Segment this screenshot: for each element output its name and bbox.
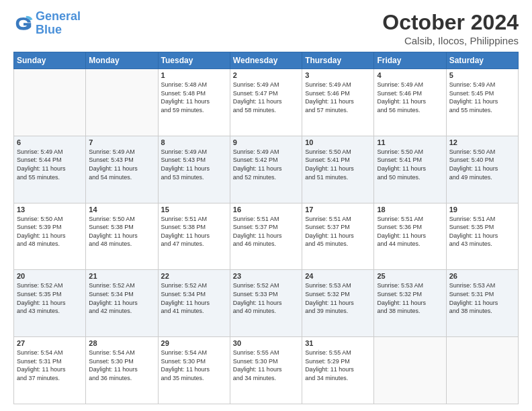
subtitle: Calsib, Ilocos, Philippines bbox=[382, 35, 519, 46]
calendar-cell: 21Sunrise: 5:52 AM Sunset: 5:34 PM Dayli… bbox=[86, 270, 158, 337]
day-number: 3 bbox=[305, 71, 371, 79]
day-number: 11 bbox=[377, 138, 443, 146]
calendar-cell: 27Sunrise: 5:54 AM Sunset: 5:31 PM Dayli… bbox=[14, 337, 86, 404]
day-info: Sunrise: 5:51 AM Sunset: 5:36 PM Dayligh… bbox=[377, 215, 443, 248]
calendar-cell bbox=[14, 69, 86, 136]
calendar-cell: 7Sunrise: 5:49 AM Sunset: 5:43 PM Daylig… bbox=[86, 136, 158, 203]
day-number: 8 bbox=[161, 138, 227, 146]
day-number: 7 bbox=[89, 138, 154, 146]
title-block: October 2024 Calsib, Ilocos, Philippines bbox=[382, 10, 519, 46]
day-info: Sunrise: 5:55 AM Sunset: 5:30 PM Dayligh… bbox=[233, 349, 299, 382]
calendar-cell: 22Sunrise: 5:52 AM Sunset: 5:34 PM Dayli… bbox=[158, 270, 230, 337]
logo-line1: General bbox=[36, 9, 81, 23]
day-info: Sunrise: 5:49 AM Sunset: 5:46 PM Dayligh… bbox=[305, 81, 371, 114]
calendar-header-friday: Friday bbox=[374, 52, 446, 69]
calendar-header-saturday: Saturday bbox=[446, 52, 518, 69]
calendar-cell: 24Sunrise: 5:53 AM Sunset: 5:32 PM Dayli… bbox=[302, 270, 374, 337]
day-number: 22 bbox=[161, 272, 227, 280]
day-number: 10 bbox=[305, 138, 371, 146]
day-number: 4 bbox=[377, 71, 443, 79]
calendar-cell: 20Sunrise: 5:52 AM Sunset: 5:35 PM Dayli… bbox=[14, 270, 86, 337]
logo-line2: Blue bbox=[36, 23, 62, 36]
day-number: 26 bbox=[449, 272, 515, 280]
day-number: 30 bbox=[233, 339, 299, 347]
calendar-cell: 26Sunrise: 5:53 AM Sunset: 5:31 PM Dayli… bbox=[446, 270, 518, 337]
calendar-cell: 23Sunrise: 5:52 AM Sunset: 5:33 PM Dayli… bbox=[230, 270, 302, 337]
day-number: 24 bbox=[305, 272, 371, 280]
day-number: 29 bbox=[161, 339, 227, 347]
day-info: Sunrise: 5:49 AM Sunset: 5:45 PM Dayligh… bbox=[449, 81, 515, 114]
day-number: 17 bbox=[305, 205, 371, 214]
day-number: 1 bbox=[161, 71, 227, 79]
calendar-cell: 19Sunrise: 5:51 AM Sunset: 5:35 PM Dayli… bbox=[446, 203, 518, 270]
day-info: Sunrise: 5:49 AM Sunset: 5:42 PM Dayligh… bbox=[233, 148, 299, 181]
calendar-week-row: 6Sunrise: 5:49 AM Sunset: 5:44 PM Daylig… bbox=[14, 136, 519, 203]
day-info: Sunrise: 5:51 AM Sunset: 5:35 PM Dayligh… bbox=[449, 215, 515, 248]
day-number: 31 bbox=[305, 339, 371, 347]
day-info: Sunrise: 5:54 AM Sunset: 5:31 PM Dayligh… bbox=[17, 349, 83, 382]
calendar-week-row: 13Sunrise: 5:50 AM Sunset: 5:39 PM Dayli… bbox=[14, 203, 519, 270]
calendar-cell: 9Sunrise: 5:49 AM Sunset: 5:42 PM Daylig… bbox=[230, 136, 302, 203]
day-info: Sunrise: 5:50 AM Sunset: 5:40 PM Dayligh… bbox=[449, 148, 515, 181]
calendar-table: SundayMondayTuesdayWednesdayThursdayFrid… bbox=[13, 52, 519, 404]
day-info: Sunrise: 5:52 AM Sunset: 5:33 PM Dayligh… bbox=[233, 281, 299, 315]
calendar-cell: 28Sunrise: 5:54 AM Sunset: 5:30 PM Dayli… bbox=[86, 337, 158, 404]
day-info: Sunrise: 5:49 AM Sunset: 5:43 PM Dayligh… bbox=[89, 148, 154, 181]
day-info: Sunrise: 5:48 AM Sunset: 5:48 PM Dayligh… bbox=[161, 81, 227, 114]
calendar-cell bbox=[86, 69, 158, 136]
calendar-cell: 10Sunrise: 5:50 AM Sunset: 5:41 PM Dayli… bbox=[302, 136, 374, 203]
calendar-header-thursday: Thursday bbox=[302, 52, 374, 69]
calendar-cell: 1Sunrise: 5:48 AM Sunset: 5:48 PM Daylig… bbox=[158, 69, 230, 136]
calendar-cell: 30Sunrise: 5:55 AM Sunset: 5:30 PM Dayli… bbox=[230, 337, 302, 404]
calendar-week-row: 20Sunrise: 5:52 AM Sunset: 5:35 PM Dayli… bbox=[14, 270, 519, 337]
day-number: 12 bbox=[449, 138, 515, 146]
logo-icon bbox=[13, 13, 34, 34]
day-info: Sunrise: 5:52 AM Sunset: 5:34 PM Dayligh… bbox=[161, 281, 227, 315]
calendar-cell: 3Sunrise: 5:49 AM Sunset: 5:46 PM Daylig… bbox=[302, 69, 374, 136]
calendar-header-tuesday: Tuesday bbox=[158, 52, 230, 69]
day-info: Sunrise: 5:50 AM Sunset: 5:39 PM Dayligh… bbox=[17, 215, 83, 248]
day-info: Sunrise: 5:49 AM Sunset: 5:43 PM Dayligh… bbox=[161, 148, 227, 181]
day-number: 5 bbox=[449, 71, 515, 79]
calendar-cell: 5Sunrise: 5:49 AM Sunset: 5:45 PM Daylig… bbox=[446, 69, 518, 136]
day-number: 14 bbox=[89, 205, 154, 214]
day-number: 27 bbox=[17, 339, 83, 347]
calendar-cell: 13Sunrise: 5:50 AM Sunset: 5:39 PM Dayli… bbox=[14, 203, 86, 270]
day-number: 16 bbox=[233, 205, 299, 214]
calendar-cell: 15Sunrise: 5:51 AM Sunset: 5:38 PM Dayli… bbox=[158, 203, 230, 270]
day-info: Sunrise: 5:49 AM Sunset: 5:46 PM Dayligh… bbox=[377, 81, 443, 114]
day-info: Sunrise: 5:53 AM Sunset: 5:32 PM Dayligh… bbox=[305, 281, 371, 315]
calendar-header-row: SundayMondayTuesdayWednesdayThursdayFrid… bbox=[14, 52, 519, 69]
day-info: Sunrise: 5:54 AM Sunset: 5:30 PM Dayligh… bbox=[89, 349, 154, 382]
day-number: 18 bbox=[377, 205, 443, 214]
day-number: 15 bbox=[161, 205, 227, 214]
day-info: Sunrise: 5:51 AM Sunset: 5:38 PM Dayligh… bbox=[161, 215, 227, 248]
calendar-header-sunday: Sunday bbox=[14, 52, 86, 69]
calendar-header-monday: Monday bbox=[86, 52, 158, 69]
day-info: Sunrise: 5:50 AM Sunset: 5:38 PM Dayligh… bbox=[89, 215, 154, 248]
calendar-week-row: 1Sunrise: 5:48 AM Sunset: 5:48 PM Daylig… bbox=[14, 69, 519, 136]
calendar-cell: 17Sunrise: 5:51 AM Sunset: 5:37 PM Dayli… bbox=[302, 203, 374, 270]
day-info: Sunrise: 5:51 AM Sunset: 5:37 PM Dayligh… bbox=[305, 215, 371, 248]
calendar-cell: 4Sunrise: 5:49 AM Sunset: 5:46 PM Daylig… bbox=[374, 69, 446, 136]
calendar-week-row: 27Sunrise: 5:54 AM Sunset: 5:31 PM Dayli… bbox=[14, 337, 519, 404]
day-info: Sunrise: 5:49 AM Sunset: 5:47 PM Dayligh… bbox=[233, 81, 299, 114]
calendar-cell: 6Sunrise: 5:49 AM Sunset: 5:44 PM Daylig… bbox=[14, 136, 86, 203]
day-number: 28 bbox=[89, 339, 154, 347]
day-number: 21 bbox=[89, 272, 154, 280]
day-number: 25 bbox=[377, 272, 443, 280]
calendar-cell bbox=[374, 337, 446, 404]
calendar-cell: 31Sunrise: 5:55 AM Sunset: 5:29 PM Dayli… bbox=[302, 337, 374, 404]
page: General Blue October 2024 Calsib, Ilocos… bbox=[0, 0, 532, 411]
day-info: Sunrise: 5:52 AM Sunset: 5:34 PM Dayligh… bbox=[89, 281, 154, 315]
day-number: 23 bbox=[233, 272, 299, 280]
calendar-cell: 25Sunrise: 5:53 AM Sunset: 5:32 PM Dayli… bbox=[374, 270, 446, 337]
calendar-cell: 11Sunrise: 5:50 AM Sunset: 5:41 PM Dayli… bbox=[374, 136, 446, 203]
day-info: Sunrise: 5:50 AM Sunset: 5:41 PM Dayligh… bbox=[377, 148, 443, 181]
calendar-cell: 18Sunrise: 5:51 AM Sunset: 5:36 PM Dayli… bbox=[374, 203, 446, 270]
calendar-cell: 14Sunrise: 5:50 AM Sunset: 5:38 PM Dayli… bbox=[86, 203, 158, 270]
header: General Blue October 2024 Calsib, Ilocos… bbox=[13, 10, 519, 46]
day-info: Sunrise: 5:51 AM Sunset: 5:37 PM Dayligh… bbox=[233, 215, 299, 248]
day-number: 9 bbox=[233, 138, 299, 146]
day-number: 6 bbox=[17, 138, 83, 146]
